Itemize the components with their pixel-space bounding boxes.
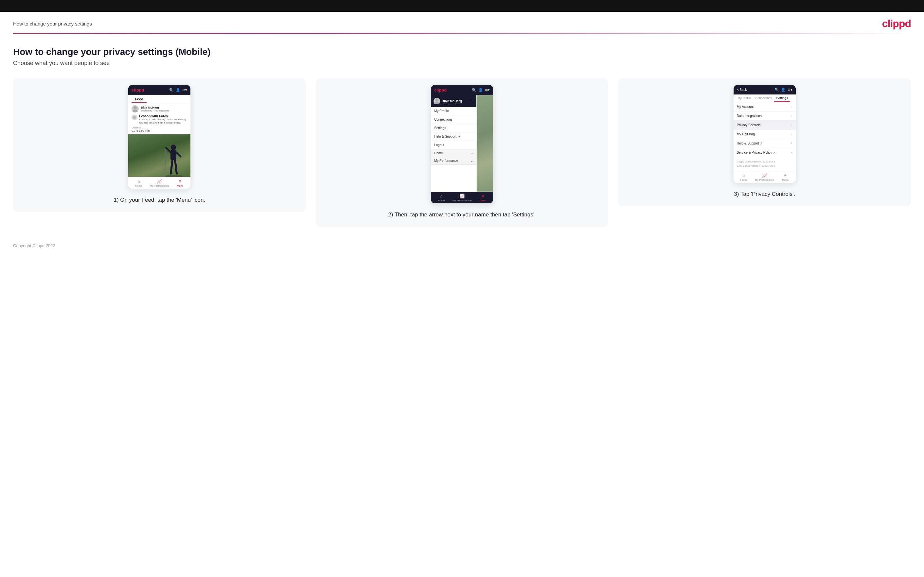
p1-home-icon: ⌂ <box>137 179 140 184</box>
svg-line-8 <box>176 152 181 156</box>
p3-my-golf-bag-chevron-icon: › <box>791 132 792 136</box>
p2-nav-close[interactable]: ✕ Menu <box>472 192 493 203</box>
footer: Copyright Clippd 2022 <box>0 237 924 255</box>
p1-activity-info: Lesson with Fordy Looking to feel like m… <box>139 114 187 125</box>
p3-back-button[interactable]: < Back <box>737 88 747 92</box>
p3-nav-menu[interactable]: ≡ Menu <box>775 171 795 183</box>
header: How to change your privacy settings clip… <box>0 12 924 33</box>
p3-settings-privacy-controls[interactable]: Privacy Controls › <box>733 121 796 130</box>
main-content: How to change your privacy settings (Mob… <box>0 34 924 237</box>
p2-settings-icon: ⊕▾ <box>485 88 490 92</box>
p1-avatar <box>131 105 139 113</box>
p3-tab-connections[interactable]: Connections <box>753 95 774 102</box>
p1-tabs: Feed <box>128 95 191 103</box>
p1-icons: 🔍 👤 ⊕▾ <box>169 88 187 92</box>
p1-avatar-row: Blair McHarg Yesterday · Sunningdale <box>131 105 187 113</box>
p3-menu-label: Menu <box>782 179 788 181</box>
p1-menu-icon: ≡ <box>179 179 182 184</box>
p1-golf-image <box>128 134 191 177</box>
p1-bottom-nav: ⌂ Home 📈 My Performance ≡ Menu <box>128 177 191 189</box>
p2-home-icon: ⌂ <box>440 193 443 198</box>
p2-menu-section-home[interactable]: Home ⌄ <box>431 149 477 157</box>
p2-performance-label: My Performance <box>452 199 472 202</box>
svg-point-13 <box>434 102 439 104</box>
p1-activity-text: Looking to feel like my hands are exitin… <box>139 118 187 125</box>
phone-3-mockup: < Back 🔍 👤 ⊕▾ My Profile Connections Set… <box>733 85 796 183</box>
p2-logo: clippd <box>434 88 447 92</box>
p1-feed-tab: Feed <box>131 95 147 103</box>
svg-point-12 <box>435 98 438 102</box>
p1-activity-row: Lesson with Fordy Looking to feel like m… <box>131 114 187 125</box>
p2-menu-item-help[interactable]: Help & Support ↗ <box>431 132 477 141</box>
p1-nav-performance[interactable]: 📈 My Performance <box>149 177 170 189</box>
page-heading: How to change your privacy settings (Mob… <box>13 47 911 57</box>
logo: clippd <box>882 18 911 30</box>
p3-settings-my-account[interactable]: My Account › <box>733 102 796 111</box>
p2-menu-name: Blair McHarg <box>442 99 462 103</box>
p3-privacy-external-icon: ↗ <box>790 151 793 154</box>
p3-tab-settings[interactable]: Settings <box>774 95 790 102</box>
p2-menu-expand-icon[interactable]: ⌃ <box>471 99 474 103</box>
p3-nav-performance[interactable]: 📈 My Performance <box>754 171 775 183</box>
p2-menu-item-profile[interactable]: My Profile <box>431 107 477 115</box>
p2-menu-section-performance[interactable]: My Performance ⌄ <box>431 157 477 164</box>
p1-activity-name: Lesson with Fordy <box>139 114 187 118</box>
p2-bg-img <box>477 95 493 192</box>
svg-line-7 <box>166 147 170 152</box>
p1-settings-icon: ⊕▾ <box>182 88 187 92</box>
p3-settings-data-integrations[interactable]: Data Integrations › <box>733 111 796 121</box>
p2-menu-item-settings[interactable]: Settings <box>431 124 477 132</box>
svg-line-9 <box>171 160 173 174</box>
step-3-caption: 3) Tap 'Privacy Controls'. <box>734 190 795 198</box>
p3-user-icon: 👤 <box>781 88 786 92</box>
p2-menu-user: Blair McHarg <box>433 98 462 104</box>
p2-menu-header: Blair McHarg ⌃ <box>431 95 477 107</box>
p1-golfer-svg <box>164 141 184 177</box>
p2-menu-panel: Blair McHarg ⌃ My Profile Connections Se… <box>431 95 477 192</box>
p3-tab-myprofile[interactable]: My Profile <box>735 95 753 102</box>
p1-duration-label: Duration <box>131 126 187 129</box>
p2-menu-item-connections[interactable]: Connections <box>431 115 477 124</box>
p1-nav-home[interactable]: ⌂ Home <box>128 177 149 189</box>
p1-menu-label: Menu <box>177 184 184 187</box>
p2-home-label: Home <box>438 199 445 202</box>
p1-home-label: Home <box>135 184 142 187</box>
page-subheading: Choose what you want people to see <box>13 60 911 67</box>
p3-version-line2: GQL Server Version: 2022.7.30-1 <box>737 164 793 168</box>
p2-menu-section: Home ⌄ My Performance ⌄ <box>431 149 477 165</box>
p3-home-icon: ⌂ <box>742 173 745 178</box>
p1-logo: clippd <box>131 88 144 92</box>
p2-menu-item-logout[interactable]: Logout <box>431 141 477 149</box>
p3-settings-service-privacy[interactable]: Service & Privacy Policy ↗ ↗ <box>733 148 796 157</box>
p3-settings-icon: ⊕▾ <box>788 88 793 92</box>
p2-home-chevron-icon: ⌄ <box>470 152 473 155</box>
p3-nav-home[interactable]: ⌂ Home <box>733 171 754 183</box>
p3-privacy-controls-chevron-icon: › <box>791 123 792 127</box>
p1-nav-menu[interactable]: ≡ Menu <box>170 177 191 189</box>
p2-header: clippd 🔍 👤 ⊕▾ <box>431 85 493 95</box>
p3-help-external-icon: ↗ <box>790 142 793 145</box>
p3-home-label: Home <box>740 179 747 181</box>
p3-data-integrations-chevron-icon: › <box>791 114 792 118</box>
p3-my-account-chevron-icon: › <box>791 105 792 108</box>
svg-point-0 <box>134 106 137 110</box>
p1-username: Blair McHarg <box>141 106 169 109</box>
p3-settings-help-support[interactable]: Help & Support ↗ ↗ <box>733 139 796 148</box>
p2-bottom-nav: ⌂ Home 📈 My Performance ✕ Menu <box>431 192 493 203</box>
p2-icons: 🔍 👤 ⊕▾ <box>472 88 490 92</box>
step-3-card: < Back 🔍 👤 ⊕▾ My Profile Connections Set… <box>618 79 911 206</box>
p2-nav-home[interactable]: ⌂ Home <box>431 192 452 203</box>
p2-body: Blair McHarg ⌃ My Profile Connections Se… <box>431 95 493 192</box>
p2-close-icon: ✕ <box>481 193 485 198</box>
p1-search-icon: 🔍 <box>169 88 174 92</box>
p2-bg-content <box>477 95 493 192</box>
p3-performance-label: My Performance <box>755 179 774 181</box>
svg-rect-6 <box>170 150 176 160</box>
p3-icons: 🔍 👤 ⊕▾ <box>774 88 793 92</box>
p2-nav-performance[interactable]: 📈 My Performance <box>452 192 472 203</box>
steps-container: clippd 🔍 👤 ⊕▾ Feed <box>13 79 911 227</box>
svg-point-5 <box>171 145 176 150</box>
p2-performance-icon: 📈 <box>459 193 465 198</box>
p1-activity-icon <box>131 114 137 120</box>
p3-settings-my-golf-bag[interactable]: My Golf Bag › <box>733 130 796 139</box>
